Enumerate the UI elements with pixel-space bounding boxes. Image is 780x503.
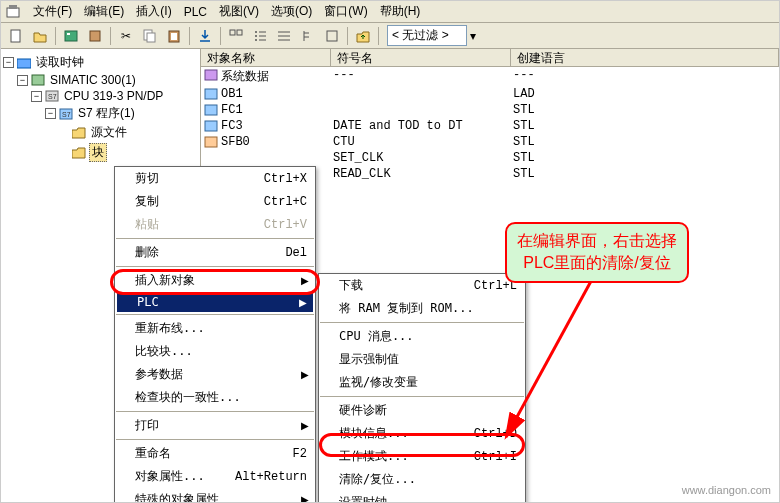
svg-rect-2 [11,30,20,42]
collapse-icon[interactable]: − [17,75,28,86]
menu-item[interactable]: PLC▶ [117,292,313,312]
open-icon[interactable] [29,25,51,47]
menu-item[interactable]: 下载Ctrl+L [319,274,525,297]
menu-item[interactable]: 检查块的一致性... [115,386,315,409]
svg-rect-25 [17,59,31,68]
svg-point-16 [255,39,257,41]
tree-sources[interactable]: 源文件 [3,123,198,142]
list-row[interactable]: FC3DATE and TOD to DTSTL [201,118,779,134]
filter-box[interactable]: < 无过滤 >▾ [383,25,483,46]
menu-item[interactable]: 特殊的对象属性▶ [115,488,315,503]
submenu-arrow-icon: ▶ [301,275,309,286]
download-icon[interactable] [194,25,216,47]
menu-item[interactable]: 模块信息...Ctrl+D [319,422,525,445]
menu-item[interactable]: 打印▶ [115,414,315,437]
list-row[interactable]: 系统数据------ [201,67,779,86]
menu-item[interactable]: 删除Del [115,241,315,264]
svg-rect-3 [65,31,77,41]
menu-item[interactable]: 监视/修改变量 [319,371,525,394]
col-name[interactable]: 对象名称 [201,49,331,66]
block-icon [203,68,219,82]
svg-rect-35 [205,137,217,147]
menu-item[interactable]: 对象属性...Alt+Return [115,465,315,488]
menu-help[interactable]: 帮助(H) [374,1,427,22]
menu-item[interactable]: 参考数据▶ [115,363,315,386]
copy-icon[interactable] [139,25,161,47]
tree-root[interactable]: −读取时钟 [3,53,198,72]
menu-item[interactable]: CPU 消息... [319,325,525,348]
menu-item[interactable]: 硬件诊断 [319,399,525,422]
new-icon[interactable] [5,25,27,47]
collapse-icon[interactable]: − [3,57,14,68]
menu-edit[interactable]: 编辑(E) [78,1,130,22]
app-icon [5,4,21,20]
menu-item[interactable]: 重新布线... [115,317,315,340]
plc-icon[interactable] [60,25,82,47]
menu-item[interactable]: 清除/复位... [319,468,525,491]
list-lg-icon[interactable] [225,25,247,47]
block-icon [203,103,219,117]
svg-rect-24 [327,31,337,41]
tree-station[interactable]: −SIMATIC 300(1) [3,72,198,88]
tree-icon[interactable] [297,25,319,47]
menu-item[interactable]: 插入新对象▶ [115,269,315,292]
list-row[interactable]: SET_CLKSTL [201,150,779,166]
svg-rect-1 [9,5,17,9]
menu-options[interactable]: 选项(O) [265,1,318,22]
cut-icon[interactable]: ✂ [115,25,137,47]
menu-item[interactable]: 比较块... [115,340,315,363]
menu-item[interactable]: 工作模式...Ctrl+I [319,445,525,468]
block-icon [203,87,219,101]
submenu-arrow-icon: ▶ [301,369,309,380]
submenu-arrow-icon: ▶ [301,420,309,431]
menu-item[interactable]: 剪切Ctrl+X [115,167,315,190]
tree-cpu[interactable]: −S7CPU 319-3 PN/DP [3,88,198,104]
svg-rect-5 [90,31,100,41]
menu-file[interactable]: 文件(F) [27,1,78,22]
svg-rect-32 [205,89,217,99]
col-lang[interactable]: 创建语言 [511,49,779,66]
context-menu[interactable]: 剪切Ctrl+X复制Ctrl+C粘贴Ctrl+V删除Del插入新对象▶PLC▶重… [114,166,316,503]
menu-item[interactable]: 将 RAM 复制到 ROM... [319,297,525,320]
menu-item[interactable]: 显示强制值 [319,348,525,371]
list-row[interactable]: FC1STL [201,102,779,118]
tree-blocks[interactable]: 块 [3,142,198,163]
svg-rect-31 [205,70,217,80]
list-row[interactable]: OB1LAD [201,86,779,102]
menu-item[interactable]: 设置时钟... [319,491,525,503]
svg-point-12 [255,31,257,33]
tree-program[interactable]: −S7S7 程序(1) [3,104,198,123]
menu-bar: 文件(F) 编辑(E) 插入(I) PLC 视图(V) 选项(O) 窗口(W) … [1,1,779,23]
menu-view[interactable]: 视图(V) [213,1,265,22]
station-icon [30,73,46,87]
menu-item[interactable]: 重命名F2 [115,442,315,465]
list-detail-icon[interactable] [273,25,295,47]
callout-text: 在编辑界面，右击选择 PLC里面的清除/复位 [505,222,689,283]
memcard-icon[interactable] [84,25,106,47]
svg-rect-0 [7,8,19,17]
paste-icon[interactable] [163,25,185,47]
list-sm-icon[interactable] [249,25,271,47]
menu-window[interactable]: 窗口(W) [318,1,373,22]
svg-text:S7: S7 [62,111,71,118]
toggle-icon[interactable] [321,25,343,47]
svg-rect-10 [230,30,235,35]
up-folder-icon[interactable] [352,25,374,47]
menu-item[interactable]: 粘贴Ctrl+V [115,213,315,236]
cpu-icon: S7 [44,89,60,103]
menu-insert[interactable]: 插入(I) [130,1,177,22]
blocks-icon [71,146,87,160]
svg-rect-33 [205,105,217,115]
submenu-arrow-icon: ▶ [299,297,307,308]
collapse-icon[interactable]: − [31,91,42,102]
svg-rect-4 [67,33,70,35]
context-submenu[interactable]: 下载Ctrl+L将 RAM 复制到 ROM...CPU 消息...显示强制值监视… [318,273,526,503]
svg-rect-7 [147,33,155,42]
menu-plc[interactable]: PLC [178,3,213,21]
toolbar: ✂ < 无过滤 >▾ [1,23,779,49]
filter-text[interactable]: < 无过滤 > [387,25,467,46]
menu-item[interactable]: 复制Ctrl+C [115,190,315,213]
collapse-icon[interactable]: − [45,108,56,119]
list-row[interactable]: SFB0CTUSTL [201,134,779,150]
col-symbol[interactable]: 符号名 [331,49,511,66]
